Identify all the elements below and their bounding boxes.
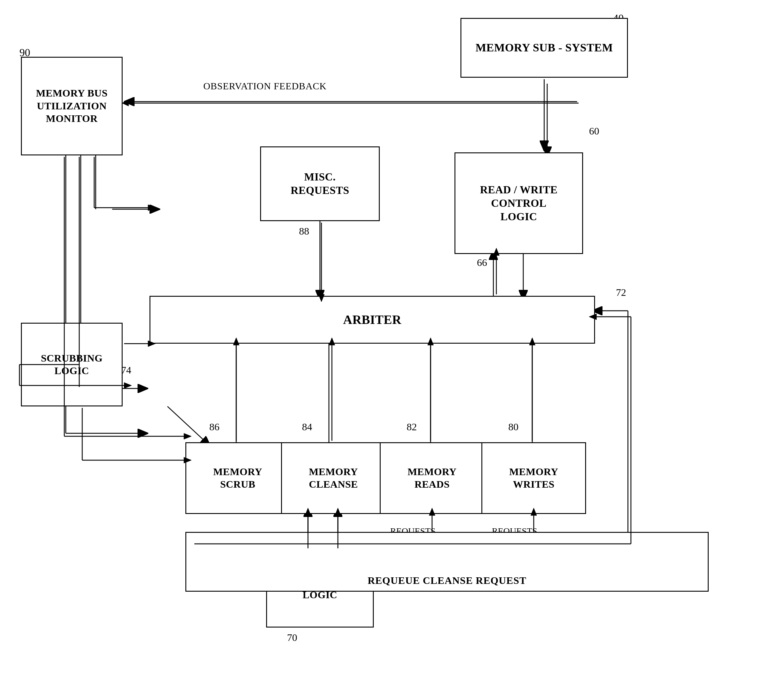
diagram: 40 MEMORY SUB - SYSTEM 90 MEMORY BUSUTIL…	[0, 0, 784, 684]
svg-marker-53	[428, 338, 433, 345]
svg-marker-55	[529, 338, 535, 345]
svg-marker-36	[148, 205, 155, 211]
svg-marker-47	[184, 433, 191, 439]
svg-marker-45	[184, 457, 191, 463]
svg-marker-65	[531, 508, 537, 515]
svg-marker-49	[233, 338, 239, 345]
svg-marker-31	[318, 294, 325, 302]
svg-marker-57	[305, 508, 311, 515]
svg-marker-67	[589, 314, 596, 320]
svg-marker-40	[124, 382, 132, 389]
svg-marker-42	[148, 340, 155, 347]
svg-marker-59	[335, 508, 341, 515]
svg-marker-27	[122, 100, 129, 106]
svg-marker-63	[429, 508, 435, 515]
overlay-lines	[0, 0, 784, 684]
svg-marker-51	[329, 338, 335, 345]
svg-marker-29	[493, 248, 499, 255]
